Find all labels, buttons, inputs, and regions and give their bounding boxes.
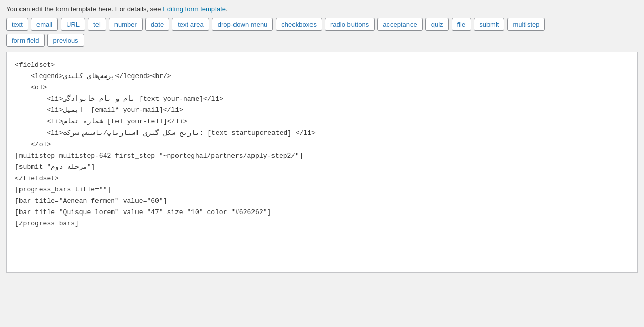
button-row-2: form fieldprevious [6, 34, 638, 47]
code-line: [bar title="Quisque lorem" value="47" si… [15, 207, 629, 218]
btn-tel[interactable]: tel [88, 18, 106, 31]
btn-dropdown[interactable]: drop-down menu [212, 18, 274, 31]
btn-textarea[interactable]: text area [172, 18, 209, 31]
btn-formfield[interactable]: form field [6, 34, 45, 47]
code-line: <ol> [15, 82, 629, 93]
btn-text[interactable]: text [6, 18, 28, 31]
page-wrapper: You can edit the form template here. For… [0, 0, 644, 278]
btn-url[interactable]: URL [61, 18, 85, 31]
btn-multistep[interactable]: multistep [507, 18, 545, 31]
info-text: You can edit the form template here. For… [6, 5, 163, 13]
code-line: <li>ایمیل [email* your-mail]</li> [15, 105, 629, 116]
code-line: <li>شماره تماس [tel your-tell]</li> [15, 116, 629, 127]
code-line: </fieldset> [15, 173, 629, 184]
code-line: <legend>پرسش‌های کلیدی</legend><br/> [15, 71, 629, 82]
btn-submit[interactable]: submit [474, 18, 504, 31]
btn-number[interactable]: number [109, 18, 143, 31]
code-line: [/progress_bars] [15, 218, 629, 229]
btn-quiz[interactable]: quiz [425, 18, 449, 31]
btn-previous[interactable]: previous [47, 34, 84, 47]
code-line: [submit "مرحله دوم"] [15, 162, 629, 173]
btn-file[interactable]: file [452, 18, 472, 31]
code-line: <fieldset> [15, 60, 629, 71]
code-line: [bar title="Aenean fermen" value="60"] [15, 196, 629, 207]
code-line: <li>تاریخ شکل گیری استارتاپ/تاسیس شرکت: … [15, 128, 629, 139]
info-suffix: . [226, 5, 228, 13]
editing-template-link[interactable]: Editing form template [163, 5, 226, 13]
info-bar: You can edit the form template here. For… [6, 5, 638, 13]
btn-radio[interactable]: radio buttons [325, 18, 375, 31]
code-editor[interactable]: <fieldset> <legend>پرسش‌های کلیدی</legen… [6, 52, 638, 273]
btn-checkboxes[interactable]: checkboxes [276, 18, 322, 31]
code-line: </ol> [15, 139, 629, 150]
btn-email[interactable]: email [31, 18, 58, 31]
code-line: [progress_bars title=""] [15, 184, 629, 196]
btn-acceptance[interactable]: acceptance [377, 18, 423, 31]
code-line: <li>نام و نام خانوادگی [text your-name]<… [15, 93, 629, 105]
button-rows: textemailURLtelnumberdatetext areadrop-d… [6, 18, 638, 47]
button-row-1: textemailURLtelnumberdatetext areadrop-d… [6, 18, 638, 31]
code-line: [multistep multistep-642 first_step "~np… [15, 150, 629, 162]
btn-date[interactable]: date [145, 18, 169, 31]
